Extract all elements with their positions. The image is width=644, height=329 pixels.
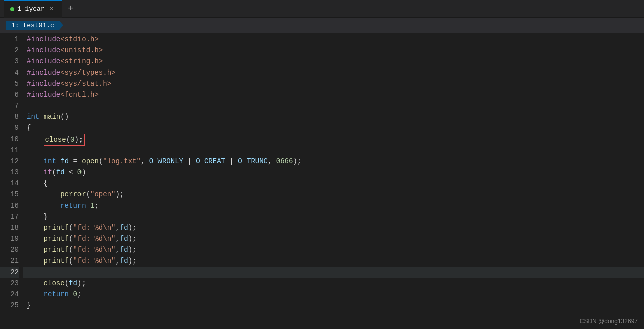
line-num-17: 17 xyxy=(0,211,19,222)
tab-dot xyxy=(10,7,14,11)
line-num-25: 25 xyxy=(0,300,19,311)
code-line-22 xyxy=(23,267,644,278)
code-line-21: printf("fd: %d\n",fd); xyxy=(23,255,644,267)
line-num-22: 22 xyxy=(0,267,19,278)
code-line-19: printf("fd: %d\n",fd); xyxy=(23,233,644,244)
line-num-18: 18 xyxy=(0,222,19,233)
line-num-2: 2 xyxy=(0,45,19,56)
tab-bar: 1 1year × + xyxy=(0,0,644,18)
line-num-5: 5 xyxy=(0,78,19,89)
line-num-13: 13 xyxy=(0,167,19,178)
new-tab-button[interactable]: + xyxy=(64,2,78,16)
editor-area: 1 2 3 4 5 6 7 8 9 10 11 12 13 14 15 16 1… xyxy=(0,33,644,329)
code-line-7 xyxy=(23,100,644,111)
code-line-14: { xyxy=(23,178,644,189)
line-num-20: 20 xyxy=(0,244,19,255)
watermark: CSDN @dong132697 xyxy=(580,318,638,325)
code-line-20: printf("fd: %d\n",fd); xyxy=(23,244,644,255)
line-num-12: 12 xyxy=(0,156,19,167)
code-line-18: printf("fd: %d\n",fd); xyxy=(23,222,644,233)
line-num-16: 16 xyxy=(0,200,19,211)
line-num-15: 15 xyxy=(0,189,19,200)
line-num-7: 7 xyxy=(0,100,19,111)
code-line-8: int main() xyxy=(23,111,644,122)
code-content[interactable]: #include<stdio.h> #include<unistd.h> #in… xyxy=(23,33,644,329)
line-num-14: 14 xyxy=(0,178,19,189)
code-line-2: #include<unistd.h> xyxy=(23,45,644,56)
line-num-11: 11 xyxy=(0,145,19,156)
line-num-4: 4 xyxy=(0,67,19,78)
code-line-3: #include<string.h> xyxy=(23,56,644,67)
tab-label: 1 1year xyxy=(17,5,45,13)
breadcrumb-filename: 1: test01.c xyxy=(6,21,63,30)
code-line-1: #include<stdio.h> xyxy=(23,34,644,45)
code-line-9: { xyxy=(23,122,644,134)
code-line-12: int fd = open("log.txt", O_WRONLY | O_CR… xyxy=(23,156,644,167)
code-line-23: close(fd); xyxy=(23,278,644,289)
tab-1year[interactable]: 1 1year × xyxy=(4,0,62,18)
code-line-24: return 0; xyxy=(23,289,644,300)
line-num-3: 3 xyxy=(0,56,19,67)
line-num-9: 9 xyxy=(0,122,19,134)
line-num-1: 1 xyxy=(0,34,19,45)
code-line-6: #include<fcntl.h> xyxy=(23,89,644,100)
line-num-6: 6 xyxy=(0,89,19,100)
line-num-8: 8 xyxy=(0,111,19,122)
code-line-25: } xyxy=(23,300,644,311)
tab-close-button[interactable]: × xyxy=(48,5,56,13)
code-line-10: close(0); xyxy=(23,134,644,145)
breadcrumb: 1: test01.c xyxy=(0,18,644,33)
code-line-16: return 1; xyxy=(23,200,644,211)
code-line-13: if(fd < 0) xyxy=(23,167,644,178)
line-numbers: 1 2 3 4 5 6 7 8 9 10 11 12 13 14 15 16 1… xyxy=(0,33,23,329)
code-line-15: perror("open"); xyxy=(23,189,644,200)
line-num-19: 19 xyxy=(0,233,19,244)
code-line-11 xyxy=(23,145,644,156)
code-line-5: #include<sys/stat.h> xyxy=(23,78,644,89)
line-num-21: 21 xyxy=(0,255,19,267)
line-num-24: 24 xyxy=(0,289,19,300)
line-num-10: 10 xyxy=(0,134,19,145)
code-line-17: } xyxy=(23,211,644,222)
code-line-4: #include<sys/types.h> xyxy=(23,67,644,78)
line-num-23: 23 xyxy=(0,278,19,289)
